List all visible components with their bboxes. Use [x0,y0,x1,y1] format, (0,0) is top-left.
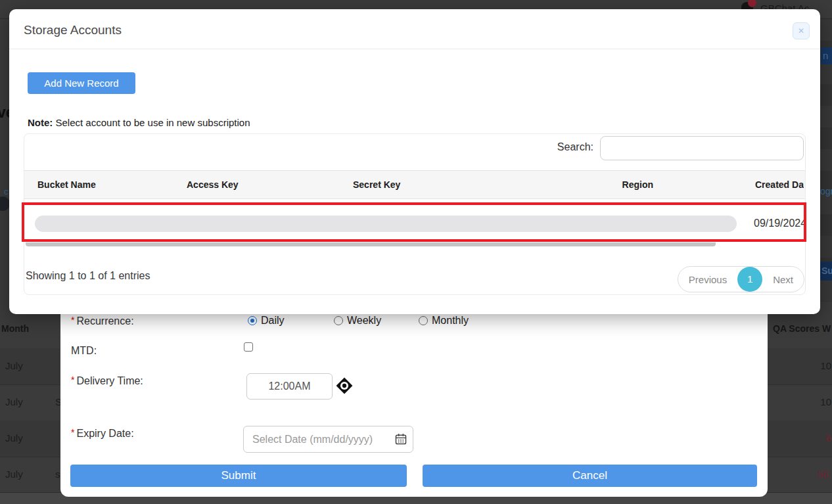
qa-score-cell: 6 [826,432,831,444]
search-input[interactable] [600,136,804,160]
required-asterisk: * [71,315,74,325]
recurrence-label: *Recurrence: [71,315,134,327]
expiry-date-input[interactable] [243,426,413,453]
next-page-button[interactable]: Next [762,274,804,285]
calendar-icon[interactable] [394,432,407,446]
background-right-link-fragment: ogr [820,186,832,196]
pagination: Previous 1 Next [678,266,804,292]
modal-title: Storage Accounts [24,23,122,37]
required-asterisk: * [71,375,74,385]
showing-entries-text: Showing 1 to 1 of 1 entries [26,270,150,282]
search-label: Search: [557,141,593,153]
subscription-form-panel: *Recurrence: Daily Weekly Monthly MTD: *… [60,289,768,497]
radio-monthly[interactable] [419,316,428,325]
previous-page-button[interactable]: Previous [678,274,737,285]
add-new-record-button[interactable]: Add New Record [28,72,135,94]
radio-daily[interactable] [248,316,257,325]
month-cell: July [5,360,23,371]
time-spinner-icon[interactable] [336,377,353,394]
expiry-date-label: *Expiry Date: [71,427,134,440]
note-text: Note: Select account to be use in new su… [28,117,250,128]
qa-score-cell: 10 [820,360,831,371]
month-cell: July [5,432,23,444]
radio-monthly-label[interactable]: Monthly [432,315,469,327]
modal-header: Storage Accounts ✕ [9,9,820,49]
expiry-date-field [243,426,413,453]
background-submit-button-fragment: Su [820,262,832,281]
close-icon[interactable]: ✕ [793,22,810,39]
col-access-key[interactable]: Access Key [187,179,239,190]
qa-score-cell: 10 [820,396,831,407]
page-1-button[interactable]: 1 [737,267,762,292]
col-created-date[interactable]: Created Date [755,179,804,190]
screen: GBChat Ac ve c n ogr Su Month QA Scores … [0,0,832,504]
accounts-table-header: Bucket Name Access Key Secret Key Region… [24,170,805,199]
radio-daily-label[interactable]: Daily [261,315,285,327]
row-shadow [26,242,716,246]
storage-accounts-modal: Storage Accounts ✕ Add New Record Note: … [9,9,820,314]
month-cell: July [5,469,23,480]
radio-weekly[interactable] [334,316,343,325]
highlight-red-box[interactable] [22,202,806,242]
radio-weekly-label[interactable]: Weekly [347,315,381,327]
mtd-checkbox[interactable] [244,342,253,352]
delivery-time-label: *Delivery Time: [71,375,143,387]
cancel-button[interactable]: Cancel [423,465,757,487]
column-header-qa-scores: QA Scores W [773,323,831,334]
delivery-time-input[interactable] [246,373,333,400]
required-asterisk: * [71,427,74,438]
background-avatar-fragment [0,196,10,211]
mtd-label: MTD: [71,345,97,357]
partial-cell: s [55,469,60,480]
col-bucket-name[interactable]: Bucket Name [37,179,96,190]
col-secret-key[interactable]: Secret Key [353,179,400,190]
background-top-button-fragment: n [821,47,832,64]
month-cell: July [5,396,23,407]
qa-score-cell: 58. [818,469,831,480]
background-left-link-fragment: c [4,187,9,196]
column-header-month: Month [1,323,29,334]
col-region[interactable]: Region [557,179,653,190]
notification-badge [748,0,756,7]
submit-button[interactable]: Submit [70,465,407,487]
